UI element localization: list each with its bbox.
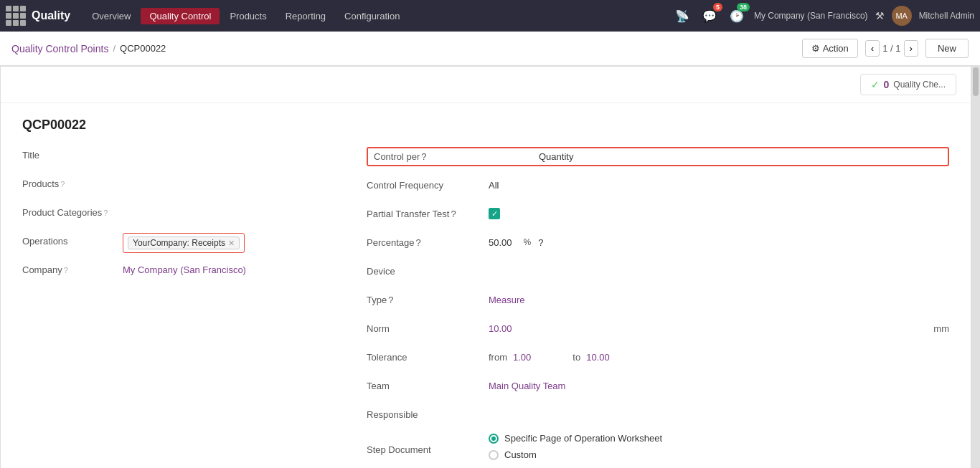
breadcrumb-separator: / — [113, 43, 116, 54]
norm-row: Norm 10.00 mm — [367, 318, 949, 338]
quality-checks-button[interactable]: ✓ 0 Quality Che... — [860, 74, 957, 95]
nav-configuration[interactable]: Configuration — [336, 8, 408, 24]
smart-buttons: ✓ 0 Quality Che... — [1, 67, 971, 103]
control-per-help-icon[interactable]: ? — [421, 151, 426, 162]
percentage-row: Percentage ? 50.00 % ? — [367, 232, 949, 252]
device-label: Device — [367, 266, 489, 277]
products-label: Products ? — [22, 176, 123, 189]
prev-page-button[interactable]: ‹ — [865, 40, 880, 57]
operations-tag-remove[interactable]: ✕ — [228, 239, 235, 248]
main-area: ✓ 0 Quality Che... QCP00022 Title — [0, 66, 980, 468]
operations-field-row: Operations YourCompany: Receipts ✕ — [22, 233, 324, 253]
apps-menu-icon[interactable] — [6, 6, 26, 26]
nav-right: 📡 💬 5 🕑 38 My Company (San Francisco) ⚒ … — [672, 6, 974, 26]
breadcrumb-current: QCP00022 — [120, 43, 166, 54]
responsible-label: Responsible — [367, 409, 489, 420]
breadcrumb-parent[interactable]: Quality Control Points — [11, 43, 108, 54]
partial-transfer-row: Partial Transfer Test ? ✓ — [367, 204, 949, 224]
settings-icon[interactable]: ⚒ — [875, 10, 885, 22]
page-navigation: ‹ 1 / 1 › — [865, 40, 918, 57]
user-avatar[interactable]: MA — [892, 6, 912, 26]
control-per-value[interactable]: Quantity — [539, 151, 942, 162]
nav-quality-control[interactable]: Quality Control — [141, 8, 220, 24]
team-label: Team — [367, 381, 489, 391]
tolerance-from-value[interactable]: 1.00 — [513, 352, 531, 363]
percentage-value[interactable]: 50.00 — [489, 237, 512, 248]
step-doc-option2-label: Custom — [504, 449, 537, 460]
percentage-suffix-help-icon[interactable]: ? — [538, 237, 543, 248]
gear-icon: ⚙ — [811, 43, 820, 54]
type-label: Type ? — [367, 295, 489, 305]
product-categories-label: Product Categories ? — [22, 204, 123, 218]
company-name: My Company (San Francisco) — [754, 11, 868, 21]
next-page-button[interactable]: › — [904, 40, 918, 57]
tolerance-to-value[interactable]: 10.00 — [586, 352, 610, 363]
control-per-row: Control per ? Quantity — [367, 147, 949, 166]
step-document-row: Step Document Specific Page of Operation… — [367, 433, 949, 466]
type-help-icon[interactable]: ? — [388, 295, 393, 305]
product-categories-help-icon[interactable]: ? — [103, 209, 108, 217]
company-value[interactable]: My Company (San Francisco) — [123, 262, 324, 275]
product-categories-value[interactable] — [123, 204, 324, 207]
partial-transfer-help-icon[interactable]: ? — [451, 209, 456, 219]
quality-checks-count: 0 — [884, 79, 890, 90]
operations-tag-text: YourCompany: Receipts — [133, 238, 225, 248]
products-value[interactable] — [123, 176, 324, 178]
breadcrumb-bar: Quality Control Points / QCP00022 ⚙ Acti… — [0, 32, 980, 66]
nav-links: Overview Quality Control Products Report… — [83, 8, 672, 24]
company-label: Company ? — [22, 262, 123, 275]
support-icon[interactable]: 📡 — [672, 6, 692, 26]
tolerance-to-label: to — [573, 352, 580, 363]
step-doc-option1-radio[interactable] — [489, 434, 499, 444]
chat-icon[interactable]: 💬 5 — [699, 6, 720, 26]
step-doc-option2-radio[interactable] — [489, 450, 499, 460]
activity-icon[interactable]: 🕑 38 — [727, 6, 747, 26]
step-doc-option1-label: Specific Page of Operation Worksheet — [504, 433, 662, 444]
team-value[interactable]: Main Quality Team — [489, 381, 949, 391]
form-right: Control per ? Quantity Control Frequency… — [367, 147, 949, 468]
step-document-options: Specific Page of Operation Worksheet Cus… — [489, 433, 662, 466]
tolerance-label: Tolerance — [367, 352, 489, 363]
norm-label: Norm — [367, 323, 489, 334]
nav-products[interactable]: Products — [221, 8, 275, 24]
page-info: 1 / 1 — [882, 43, 900, 54]
top-navigation: Quality Overview Quality Control Product… — [0, 0, 980, 32]
control-frequency-row: Control Frequency All — [367, 175, 949, 195]
new-button[interactable]: New — [925, 39, 969, 58]
action-label: Action — [823, 43, 849, 54]
company-help-icon[interactable]: ? — [64, 266, 68, 274]
username: Mitchell Admin — [919, 11, 974, 21]
nav-overview[interactable]: Overview — [83, 8, 139, 24]
type-row: Type ? Measure — [367, 290, 949, 310]
products-help-icon[interactable]: ? — [60, 180, 65, 188]
record-card: ✓ 0 Quality Che... QCP00022 Title — [0, 66, 971, 468]
tolerance-from-label: from — [489, 352, 507, 363]
title-field-row: Title — [22, 147, 324, 167]
type-value[interactable]: Measure — [489, 295, 949, 305]
step-doc-option2-row: Custom — [489, 449, 662, 460]
form-left: Title Products ? — [22, 147, 324, 468]
operations-field-input[interactable]: YourCompany: Receipts ✕ — [123, 233, 245, 253]
chat-badge: 5 — [713, 3, 722, 11]
step-doc-option1-row: Specific Page of Operation Worksheet — [489, 433, 662, 444]
operations-label: Operations — [22, 233, 123, 247]
step-document-label: Step Document — [367, 444, 489, 455]
norm-value[interactable]: 10.00 — [489, 323, 890, 334]
form-body: QCP00022 Title Products ? — [1, 103, 971, 468]
right-scrollbar[interactable] — [971, 66, 980, 468]
percentage-suffix: % — [524, 237, 532, 247]
company-field-row: Company ? My Company (San Francisco) — [22, 262, 324, 282]
percentage-help-icon[interactable]: ? — [416, 237, 421, 248]
title-value[interactable] — [123, 147, 324, 150]
nav-reporting[interactable]: Reporting — [277, 8, 334, 24]
tolerance-row: Tolerance from 1.00 to 10.00 — [367, 347, 949, 367]
responsible-row: Responsible — [367, 404, 949, 424]
team-row: Team Main Quality Team — [367, 376, 949, 396]
control-frequency-value[interactable]: All — [489, 180, 949, 191]
toolbar-right: ⚙ Action ‹ 1 / 1 › New — [802, 39, 969, 58]
check-icon: ✓ — [871, 79, 880, 90]
control-per-box: Control per ? Quantity — [367, 147, 949, 166]
action-button[interactable]: ⚙ Action — [802, 39, 858, 58]
partial-transfer-checkbox[interactable]: ✓ — [489, 208, 500, 219]
norm-unit: mm — [933, 323, 949, 334]
